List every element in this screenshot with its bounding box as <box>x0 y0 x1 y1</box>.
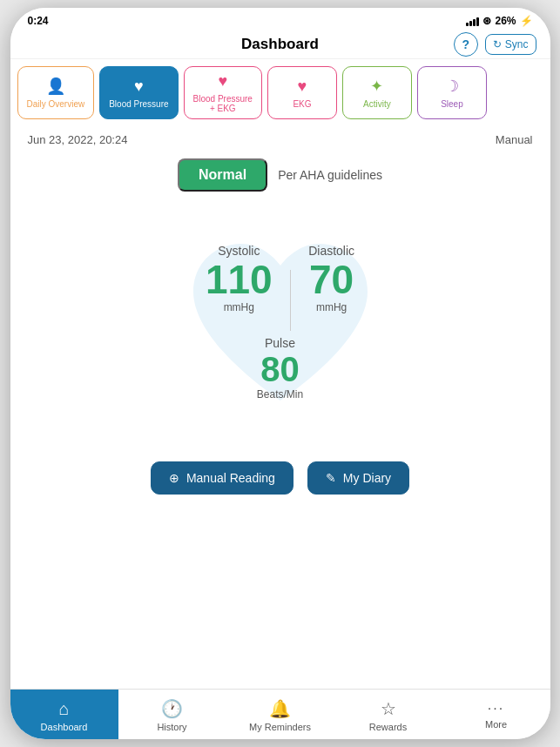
help-button[interactable]: ? <box>454 32 478 57</box>
signal-icon <box>466 16 479 26</box>
main-content: Jun 23, 2022, 20:24 Manual Normal Per AH… <box>10 123 550 689</box>
my-diary-label: My Diary <box>343 471 391 485</box>
battery-icon: ⚡ <box>520 15 533 27</box>
diastolic-value: 70 <box>309 259 354 299</box>
tab-daily-overview[interactable]: 👤 Daily Overview <box>17 66 95 119</box>
sleep-icon: ☽ <box>445 77 459 96</box>
manual-reading-label: Manual Reading <box>186 471 275 485</box>
tab-ekg-label: EKG <box>293 99 311 109</box>
tab-bp-label: Blood Pressure <box>109 99 168 109</box>
systolic-value: 110 <box>206 259 273 299</box>
nav-reminders[interactable]: 🔔 My Reminders <box>226 690 334 739</box>
nav-dashboard-label: Dashboard <box>41 722 88 732</box>
nav-rewards[interactable]: ☆ Rewards <box>334 690 442 739</box>
tab-sleep-label: Sleep <box>441 99 463 109</box>
diastolic-column: Diastolic 70 mmHg <box>291 244 372 313</box>
systolic-label: Systolic <box>218 244 260 258</box>
action-row: ⊕ Manual Reading ✎ My Diary <box>151 461 409 495</box>
tab-bpekg-label: Blood Pressure+ EKG <box>193 94 253 113</box>
tab-sleep[interactable]: ☽ Sleep <box>417 66 487 119</box>
systolic-column: Systolic 110 mmHg <box>188 244 290 313</box>
nav-more-label: More <box>485 719 507 730</box>
nav-history[interactable]: 🕐 History <box>118 690 226 739</box>
daily-overview-icon: 👤 <box>46 77 65 96</box>
diastolic-unit: mmHg <box>316 301 347 313</box>
header-title: Dashboard <box>241 36 319 53</box>
readings-content: Systolic 110 mmHg Diastolic 70 mmHg Puls… <box>167 244 394 400</box>
plus-circle-icon: ⊕ <box>169 471 179 485</box>
heart-container: Systolic 110 mmHg Diastolic 70 mmHg Puls… <box>167 209 394 435</box>
bottom-nav: ⌂ Dashboard 🕐 History 🔔 My Reminders ☆ R… <box>10 689 550 739</box>
bell-icon: 🔔 <box>269 698 291 719</box>
header: Dashboard ? ↻ Sync <box>10 30 550 59</box>
device-frame: 0:24 ⊛ 26% ⚡ Dashboard ? ↻ Sync 👤 <box>10 8 550 739</box>
pulse-section: Pulse 80 Beats/Min <box>167 336 394 400</box>
battery-text: 26% <box>495 15 516 27</box>
pulse-unit: Beats/Min <box>257 388 303 400</box>
nav-rewards-label: Rewards <box>369 722 407 732</box>
tab-bar: 👤 Daily Overview ♥ Blood Pressure ♥ Bloo… <box>10 59 550 123</box>
tab-activity-label: Activity <box>363 99 391 109</box>
tab-daily-label: Daily Overview <box>27 99 85 109</box>
star-icon: ☆ <box>381 698 396 719</box>
my-diary-button[interactable]: ✎ My Diary <box>307 461 409 495</box>
wifi-icon: ⊛ <box>482 15 491 27</box>
diastolic-label: Diastolic <box>308 244 354 258</box>
ekg-icon: ♥ <box>298 77 307 96</box>
sync-label: Sync <box>505 38 529 50</box>
status-bar: 0:24 ⊛ 26% ⚡ <box>10 8 550 30</box>
more-dots-icon: ··· <box>488 701 504 717</box>
blood-pressure-icon: ♥ <box>134 77 144 96</box>
status-time: 0:24 <box>28 15 49 27</box>
activity-icon: ✦ <box>370 77 383 96</box>
status-badge[interactable]: Normal <box>178 158 267 192</box>
nav-more[interactable]: ··· More <box>442 690 550 739</box>
systolic-unit: mmHg <box>224 301 254 313</box>
clock-icon: 🕐 <box>161 698 183 719</box>
nav-reminders-label: My Reminders <box>249 722 311 732</box>
nav-dashboard[interactable]: ⌂ Dashboard <box>10 690 118 739</box>
tab-blood-pressure-ekg[interactable]: ♥ Blood Pressure+ EKG <box>184 66 262 119</box>
aha-guideline-text: Per AHA guidelines <box>278 168 382 182</box>
tab-ekg[interactable]: ♥ EKG <box>267 66 337 119</box>
reading-meta: Jun 23, 2022, 20:24 Manual <box>28 133 533 146</box>
tab-activity[interactable]: ✦ Activity <box>342 66 412 119</box>
status-right: ⊛ 26% ⚡ <box>466 15 532 27</box>
pulse-value: 80 <box>260 350 300 388</box>
bp-readings-row: Systolic 110 mmHg Diastolic 70 mmHg <box>167 244 394 331</box>
sync-icon: ↻ <box>493 38 502 50</box>
reading-method: Manual <box>496 133 533 146</box>
home-icon: ⌂ <box>58 699 69 719</box>
badge-row: Normal Per AHA guidelines <box>178 158 382 192</box>
nav-history-label: History <box>157 722 186 732</box>
bp-ekg-icon: ♥ <box>218 72 227 91</box>
pulse-label: Pulse <box>265 336 295 350</box>
sync-button[interactable]: ↻ Sync <box>485 34 536 55</box>
reading-date: Jun 23, 2022, 20:24 <box>28 133 128 146</box>
manual-reading-button[interactable]: ⊕ Manual Reading <box>151 461 293 495</box>
header-actions: ? ↻ Sync <box>454 32 536 57</box>
tab-blood-pressure[interactable]: ♥ Blood Pressure <box>99 66 178 119</box>
edit-icon: ✎ <box>326 471 336 485</box>
